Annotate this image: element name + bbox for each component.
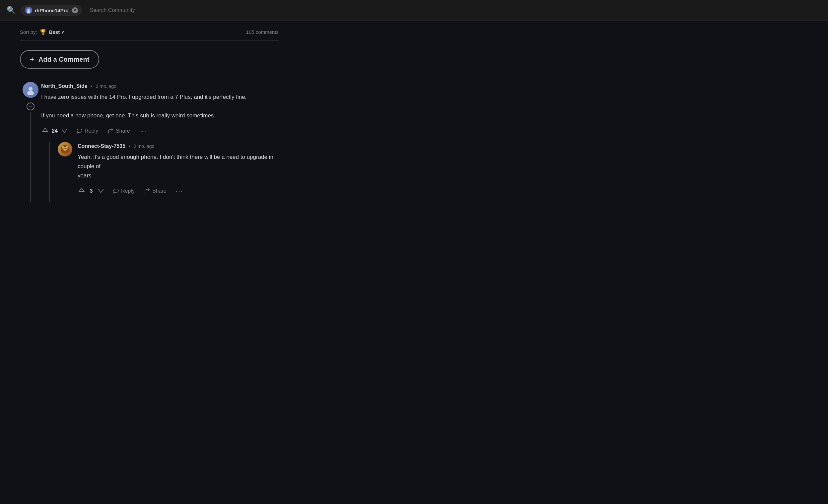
share-label: Share [116, 128, 130, 134]
nested-reply-button[interactable]: Reply [112, 187, 136, 195]
comments-count: 105 comments [246, 29, 279, 35]
reply-more-button[interactable]: ··· [174, 186, 185, 195]
upvote-button[interactable] [41, 126, 49, 135]
reply-vote-group: 3 [78, 186, 105, 195]
reply-header: Connect-Stay-7535 • 2 mo. ago [78, 143, 279, 149]
reply-avatar [58, 142, 72, 156]
tab-label: r/iPhone14Pro [35, 8, 69, 13]
reply-thread: Connect-Stay-7535 • 2 mo. ago Yeah, it's… [49, 142, 279, 202]
reply-label: Reply [85, 128, 98, 134]
reply-body: Connect-Stay-7535 • 2 mo. ago Yeah, it's… [78, 142, 279, 202]
community-tab[interactable]: r/iPhone14Pro × [21, 5, 82, 16]
add-comment-button[interactable]: + Add a Comment [20, 50, 99, 68]
collapse-button[interactable]: − [27, 102, 35, 110]
thread-line [30, 112, 31, 202]
sort-best-label: Best [49, 29, 60, 35]
sort-label: Sort by: [20, 29, 37, 35]
svg-point-10 [64, 148, 65, 149]
share-button[interactable]: Share [106, 127, 131, 135]
comment-thread: − North_South_Side • 2 mo. ago I have ze… [20, 82, 279, 202]
svg-point-1 [28, 9, 30, 11]
more-button[interactable]: ··· [138, 126, 148, 135]
svg-point-2 [27, 11, 30, 13]
downvote-button[interactable] [60, 126, 68, 135]
reply-author[interactable]: Connect-Stay-7535 [78, 143, 125, 149]
tab-close-button[interactable]: × [72, 7, 78, 13]
reply-upvote-button[interactable] [78, 186, 86, 195]
reply-text: Yeah, it's a good enough phone. I don't … [78, 152, 279, 180]
chevron-down-icon: ∨ [61, 30, 65, 35]
reply-downvote-button[interactable] [97, 186, 105, 195]
comment-body: North_South_Side • 2 mo. ago I have zero… [41, 82, 279, 202]
plus-icon: + [30, 55, 35, 63]
svg-point-11 [66, 148, 67, 149]
avatar [23, 82, 39, 98]
svg-point-3 [29, 87, 33, 91]
search-icon[interactable]: 🔍 [7, 6, 15, 14]
comment-author[interactable]: North_South_Side [41, 83, 88, 89]
reply-share-label: Share [152, 188, 167, 194]
reply-time: 2 mo. ago [134, 144, 154, 149]
reply-left [58, 142, 72, 202]
sort-bar: Sort by: 🏆 Best ∨ 105 comments [20, 29, 279, 41]
reply-action-bar: 3 Reply [78, 186, 279, 195]
community-icon [25, 7, 32, 14]
comment-left-col: − [20, 82, 41, 202]
vote-group: 24 [41, 126, 68, 135]
sort-best-button[interactable]: Best ∨ [49, 29, 65, 35]
svg-point-12 [64, 149, 66, 150]
reply-share-button[interactable]: Share [142, 187, 168, 195]
topbar: 🔍 r/iPhone14Pro × [0, 0, 828, 21]
vote-count: 24 [52, 128, 58, 134]
svg-point-4 [27, 91, 34, 95]
reply-button[interactable]: Reply [75, 127, 99, 135]
comment-header: North_South_Side • 2 mo. ago [41, 83, 279, 89]
comment-text: I have zero issues with the 14 Pro. I up… [41, 93, 279, 120]
nested-reply-label: Reply [121, 188, 135, 194]
action-bar: 24 Reply [41, 126, 279, 135]
sort-trophy-icon: 🏆 [40, 29, 46, 35]
main-content: Sort by: 🏆 Best ∨ 105 comments + Add a C… [0, 21, 298, 217]
search-community-input[interactable] [87, 6, 821, 14]
reply-vote-count: 3 [88, 188, 94, 194]
add-comment-label: Add a Comment [39, 56, 89, 63]
comment-time: 2 mo. ago [95, 84, 116, 89]
